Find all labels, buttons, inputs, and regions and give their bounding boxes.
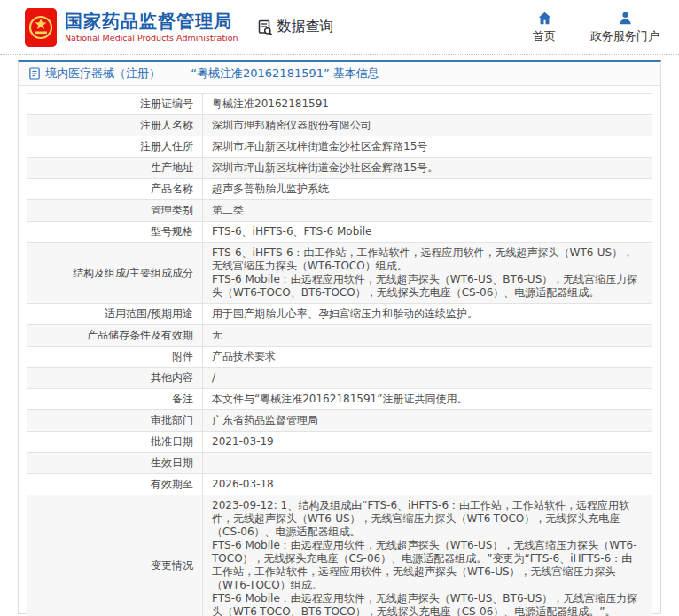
row-value: 本文件与“粤械注准20162181591”注册证共同使用。 [203,389,652,410]
table-row: 变更情况2023-09-12: 1、结构及组成由“FTS-6、iHFTS-6：由… [27,495,652,616]
table-row: 产品储存条件及有效期无 [27,325,652,347]
registration-info-table-wrap: 注册证编号粤械注准20162181591注册人名称深圳市理邦精密仪器股份有限公司… [27,93,652,616]
row-value: 第二类 [203,200,652,222]
national-emblem-icon [25,8,57,47]
row-label: 注册人住所 [27,136,203,158]
content-panel: 境内医疗器械（注册） —— “粤械注准20162181591” 基本信息 注册证… [18,60,661,614]
table-row: 有效期至2026-03-18 [27,474,652,495]
table-row: 批准日期2021-03-19 [27,432,652,453]
row-value: 深圳市坪山新区坑梓街道金沙社区金辉路15号 [203,136,652,158]
row-label: 结构及组成/主要组成成分 [27,243,203,304]
row-value: / [203,368,652,389]
registration-info-table: 注册证编号粤械注准20162181591注册人名称深圳市理邦精密仪器股份有限公司… [27,93,652,616]
table-row: 备注本文件与“粤械注准20162181591”注册证共同使用。 [27,389,652,410]
data-query-button[interactable]: 数据查询 [256,18,334,36]
table-row: 生效日期 [27,453,652,474]
table-row: 其他内容/ [27,368,652,389]
row-label: 审批部门 [27,410,203,432]
row-label: 管理类别 [27,200,203,222]
table-row: 适用范围/预期用途用于围产期胎儿心率、孕妇宫缩压力和胎动的连续监护。 [27,304,652,325]
row-value: 广东省药品监督管理局 [203,410,652,432]
table-row: 生产地址深圳市坪山新区坑梓街道金沙社区金辉路15号。 [27,158,652,179]
row-value: 用于围产期胎儿心率、孕妇宫缩压力和胎动的连续监护。 [203,304,652,325]
row-label: 备注 [27,389,203,410]
row-value: 2021-03-19 [203,432,652,453]
table-row: 注册人住所深圳市坪山新区坑梓街道金沙社区金辉路15号 [27,136,652,158]
row-value: 深圳市坪山新区坑梓街道金沙社区金辉路15号。 [203,158,652,179]
info-table-body: 注册证编号粤械注准20162181591注册人名称深圳市理邦精密仪器股份有限公司… [27,94,652,616]
row-value: 无 [203,325,652,347]
row-label: 生效日期 [27,453,203,474]
row-label: 型号规格 [27,222,203,243]
row-value: 深圳市理邦精密仪器股份有限公司 [203,115,652,136]
row-label: 适用范围/预期用途 [27,304,203,325]
org-title-block: 国家药品监督管理局 National Medical Products Admi… [65,12,238,43]
nav-item-home[interactable]: 首页 [525,11,564,44]
row-label: 产品名称 [27,179,203,200]
row-value: 超声多普勒胎儿监护系统 [203,179,652,200]
row-value: FTS-6、iHFTS-6：由工作站，工作站软件，远程应用软件，无线超声探头（W… [203,243,652,304]
table-row: 审批部门广东省药品监督管理局 [27,410,652,432]
row-value: 粤械注准20162181591 [203,94,652,115]
page-title: 境内医疗器械（注册） —— “粤械注准20162181591” 基本信息 [45,66,379,82]
row-label: 其他内容 [27,368,203,389]
table-row: 型号规格FTS-6、iHFTS-6、FTS-6 Mobile [27,222,652,243]
home-icon [537,11,552,26]
row-label: 变更情况 [27,495,203,616]
row-label: 批准日期 [27,432,203,453]
nav-gov-portal-label: 政务服务门户 [590,28,659,44]
row-label: 产品储存条件及有效期 [27,325,203,347]
site-header: 国家药品监督管理局 National Medical Products Admi… [0,0,679,55]
data-query-label: 数据查询 [277,18,334,36]
nav-item-gov-portal[interactable]: 政务服务门户 [590,11,659,44]
table-row: 产品名称超声多普勒胎儿监护系统 [27,179,652,200]
table-row: 结构及组成/主要组成成分FTS-6、iHFTS-6：由工作站，工作站软件，远程应… [27,243,652,304]
row-label: 有效期至 [27,474,203,495]
row-value: 2026-03-18 [203,474,652,495]
row-label: 附件 [27,347,203,368]
user-icon [618,11,633,26]
row-value [203,453,652,474]
table-row: 附件产品技术要求 [27,347,652,368]
row-label: 注册人名称 [27,115,203,136]
table-row: 注册人名称深圳市理邦精密仪器股份有限公司 [27,115,652,136]
document-search-icon [256,19,274,36]
nav-home-label: 首页 [533,28,556,44]
title-bar: 境内医疗器械（注册） —— “粤械注准20162181591” 基本信息 [19,62,660,86]
table-row: 管理类别第二类 [27,200,652,222]
row-value: FTS-6、iHFTS-6、FTS-6 Mobile [203,222,652,243]
row-label: 生产地址 [27,158,203,179]
table-row: 注册证编号粤械注准20162181591 [27,94,652,115]
row-label: 注册证编号 [27,94,203,115]
row-value: 产品技术要求 [203,347,652,368]
org-name-en: National Medical Products Administration [65,34,238,43]
document-icon [29,67,40,80]
org-name-cn: 国家药品监督管理局 [65,12,238,31]
row-value: 2023-09-12: 1、结构及组成由“FTS-6、iHFTS-6：由工作站，… [203,495,652,616]
header-nav: 首页 政务服务门户 [525,11,659,44]
